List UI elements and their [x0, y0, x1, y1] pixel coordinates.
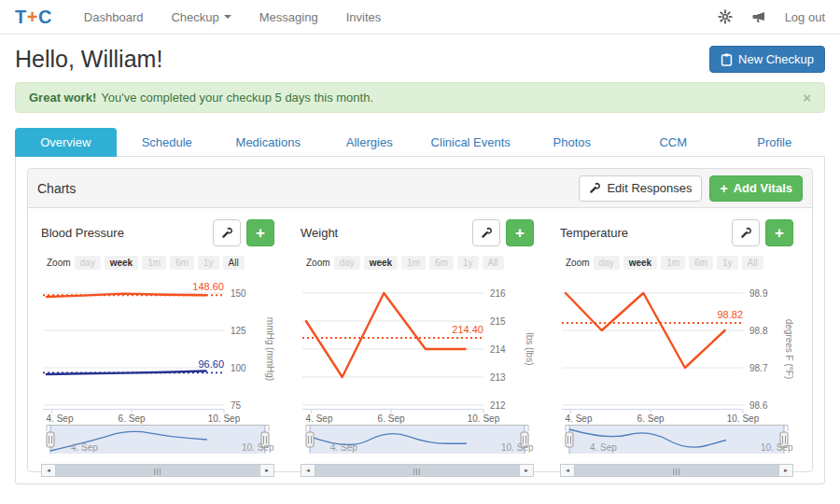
app-window: T+C DashboardCheckupMessagingInvites	[0, 0, 840, 504]
tab-allergies[interactable]: Allergies	[319, 128, 421, 157]
chart-plot: 98.998.898.798.64. Sep6. Sep10. Sep98.82…	[560, 273, 793, 424]
plus-icon: +	[720, 181, 727, 196]
tab-profile[interactable]: Profile	[724, 128, 826, 157]
chart-add-reading-button[interactable]: +	[246, 219, 274, 246]
y-tick-label: 100	[231, 363, 246, 373]
megaphone-icon[interactable]	[751, 10, 766, 24]
series-value-label: 214.40	[452, 324, 483, 335]
app-logo[interactable]: T+C	[15, 7, 52, 28]
x-tick-label: 10. Sep	[727, 413, 760, 424]
chart-add-reading-button[interactable]: +	[765, 219, 793, 246]
zoom-controls: Zoomdayweek1m6m1yAll	[306, 254, 534, 271]
tab-photos[interactable]: Photos	[522, 128, 623, 157]
tab-medications[interactable]: Medications	[217, 128, 319, 157]
nav-item-messaging[interactable]: Messaging	[259, 10, 318, 24]
scrollbar-right-arrow[interactable]: ▸	[259, 465, 273, 476]
chart-buttons: +	[472, 219, 534, 246]
chart-plot: 150125100754. Sep6. Sep10. Sep148.6096.6…	[41, 273, 274, 424]
chart-settings-button[interactable]	[213, 219, 241, 246]
chart-settings-button[interactable]	[472, 219, 500, 246]
tab-schedule[interactable]: Schedule	[117, 128, 218, 157]
scrollbar-thumb[interactable]: |||	[56, 465, 259, 476]
charts-panel-heading: Charts Edit Responses + Add Vita	[28, 169, 812, 208]
zoom-week-button[interactable]: week	[364, 256, 398, 270]
zoom-all-button: All	[742, 256, 763, 270]
zoom-6m-button: 6m	[170, 256, 194, 270]
chart-navigator[interactable]: 4. Sep10. Sep	[41, 424, 274, 463]
nav-item-checkup[interactable]: Checkup	[171, 10, 231, 24]
y-tick-label: 125	[231, 326, 246, 336]
y-tick-label: 98.9	[749, 288, 768, 299]
alert-bold-text: Great work!	[29, 91, 96, 105]
x-tick-label: 4. Sep	[47, 413, 74, 424]
gear-icon[interactable]	[718, 9, 733, 24]
new-checkup-label: New Checkup	[738, 52, 814, 66]
tab-content: Charts Edit Responses + Add Vita	[15, 157, 825, 484]
navigator-handle-left[interactable]	[47, 432, 54, 447]
y-tick-label: 212	[490, 400, 506, 411]
x-tick-label: 10. Sep	[468, 413, 500, 424]
nav-item-dashboard[interactable]: Dashboard	[84, 10, 144, 24]
zoom-1y-button: 1y	[457, 256, 479, 270]
chart-title: Blood Pressure	[41, 219, 124, 240]
scrollbar-right-arrow[interactable]: ▸	[778, 465, 792, 476]
navigator-handle-left[interactable]	[306, 432, 314, 447]
scrollbar-thumb[interactable]: |||	[315, 465, 519, 476]
chart-head-temperature: Temperature+	[560, 219, 793, 253]
nav-item-label: Checkup	[171, 10, 218, 24]
zoom-week-button[interactable]: week	[105, 256, 138, 270]
chart-head-blood-pressure: Blood Pressure+	[41, 219, 274, 253]
chart-buttons: +	[213, 219, 274, 246]
x-tick-label: 6. Sep	[637, 413, 665, 424]
wrench-icon	[589, 182, 601, 194]
zoom-controls: Zoomdayweek1m6m1yAll	[47, 254, 274, 271]
scrollbar-left-arrow[interactable]: ◂	[301, 465, 315, 476]
edit-responses-button[interactable]: Edit Responses	[579, 175, 702, 202]
wrench-icon	[740, 227, 752, 239]
panel-heading-buttons: Edit Responses + Add Vitals	[579, 175, 803, 202]
logout-link[interactable]: Log out	[785, 10, 825, 24]
add-vitals-button[interactable]: + Add Vitals	[709, 175, 803, 202]
x-tick-label: 10. Sep	[208, 413, 241, 424]
navbar-right: Log out	[718, 9, 825, 24]
tab-overview[interactable]: Overview	[15, 128, 117, 157]
navigator-label-left: 4. Sep	[71, 442, 98, 453]
chart-navigator[interactable]: 4. Sep10. Sep	[301, 424, 534, 463]
y-tick-label: 98.6	[749, 400, 768, 411]
page-header: Hello, William! New Checkup	[0, 35, 840, 78]
scrollbar-thumb[interactable]: |||	[575, 465, 778, 476]
zoom-week-button[interactable]: week	[623, 256, 657, 270]
add-vitals-label: Add Vitals	[734, 181, 792, 195]
zoom-6m-button: 6m	[689, 256, 713, 270]
zoom-label: Zoom	[47, 258, 71, 268]
series-line-weight	[306, 293, 466, 377]
navigator-handle-left[interactable]	[566, 432, 573, 447]
nav-links: DashboardCheckupMessagingInvites	[84, 10, 409, 24]
tab-ccm[interactable]: CCM	[623, 128, 724, 157]
navigator-label-right: 10. Sep	[501, 442, 534, 453]
wrench-icon	[481, 227, 493, 239]
zoom-day-button: day	[594, 256, 620, 270]
zoom-1m-button: 1m	[142, 256, 166, 270]
new-checkup-button[interactable]: New Checkup	[709, 46, 825, 73]
y-axis-title: lbs (lbs)	[525, 332, 534, 365]
scrollbar-left-arrow[interactable]: ◂	[42, 465, 56, 476]
panel-title: Charts	[37, 181, 76, 196]
y-tick-label: 214	[490, 344, 506, 355]
chart-add-reading-button[interactable]: +	[506, 219, 534, 246]
wrench-icon	[221, 227, 233, 239]
logo-t: T	[15, 7, 27, 27]
zoom-all-button[interactable]: All	[223, 256, 245, 270]
chart-navigator[interactable]: 4. Sep10. Sep	[560, 424, 793, 463]
close-icon[interactable]: ×	[803, 91, 811, 105]
scrollbar-left-arrow[interactable]: ◂	[561, 465, 575, 476]
scrollbar-right-arrow[interactable]: ▸	[519, 465, 533, 476]
navigator-label-right: 10. Sep	[242, 442, 274, 453]
tab-clinical-events[interactable]: Clinical Events	[420, 128, 522, 157]
chevron-down-icon	[224, 15, 231, 19]
nav-item-invites[interactable]: Invites	[346, 10, 382, 24]
zoom-day-button: day	[75, 256, 101, 270]
chart-settings-button[interactable]	[732, 219, 760, 246]
navbar: T+C DashboardCheckupMessagingInvites	[0, 0, 840, 35]
zoom-1m-button: 1m	[661, 256, 685, 270]
